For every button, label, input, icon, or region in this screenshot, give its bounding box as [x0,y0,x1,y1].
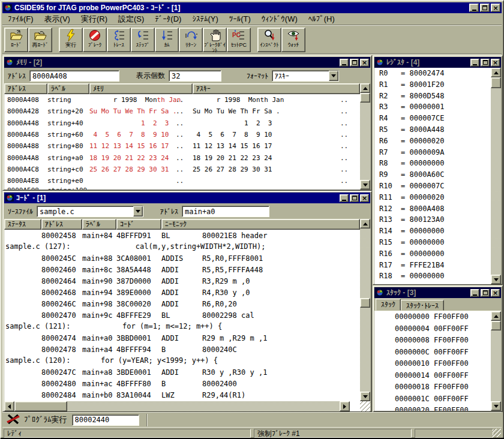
code-row[interactable]: 80002484main+b083A10044LWZR29,44(R1) [4,389,360,401]
minimize-button[interactable] [470,59,479,67]
memory-row[interactable]: 8000A508string+100 [4,187,360,190]
scrollbar-thumb[interactable] [360,298,370,308]
source-line[interactable]: sample.c (121): for (m=1; m<=12; m++) { [4,321,360,332]
close-button[interactable]: × [491,59,500,67]
register-row[interactable]: R5 = 8000A448 [379,124,491,136]
toolbar-button-breakpoint-hand[interactable]: ﾌﾞﾚｰｸﾎﾟｲﾝﾄ [203,28,227,52]
minimize-button[interactable] [470,289,479,297]
toolbar-button-watch-eye[interactable]: ｳｫｯﾁ [281,28,305,52]
memory-row[interactable]: 8000A448string+40 1 2 3.. 1 2 3.. [4,118,360,129]
toolbar-button-return-arrow[interactable]: ﾘﾀｰﾝ [179,28,203,52]
stack-row[interactable]: 00000014 00FF00FF [395,370,491,382]
menu-item[interactable]: ﾃﾞｰﾀ(D) [149,13,187,25]
stack-row[interactable]: 0000001C 00FF00FF [395,393,491,405]
main-titlebar[interactable]: CSIDE95 for JTAG probe PowerPC403 - ｺｰﾄﾞ… [2,2,502,13]
code-row[interactable]: 8000246Cmain+9838C00020ADDIR6,R0,20 [4,298,360,309]
maximize-button[interactable] [350,59,359,67]
memory-row[interactable]: 8000A4C8string+c025 26 27 28 29 30 31..2… [4,164,360,175]
scrollbar-thumb[interactable] [14,401,67,411]
memory-row[interactable]: 8000A468string+60 4 5 6 7 8 9 10.. 4 5 6… [4,129,360,140]
register-row[interactable]: R1 = 80001F20 [379,79,491,91]
memory-row[interactable]: 8000A4A8string+a018 19 20 21 22 23 24..1… [4,152,360,163]
register-row[interactable]: R4 = 000007CE [379,113,491,124]
register-row[interactable]: R16 = 00000000 [379,248,491,260]
tab-stack[interactable]: ｽﾀｯｸ [376,299,401,311]
code-row[interactable]: 80002468main+94389E0000ADDIR4,R30 y ,0 [4,287,360,298]
chevron-down-icon[interactable] [329,71,338,81]
register-row[interactable]: R10 = 0000007C [379,181,491,192]
register-row[interactable]: R19 = 00000000 [379,282,491,284]
close-button[interactable]: × [491,4,500,12]
program-stop-icon[interactable] [6,413,20,427]
register-row[interactable]: R13 = 800123A0 [379,214,491,225]
memory-scrollbar[interactable] [360,83,370,190]
stack-row[interactable]: 00000004 00FF00FF [395,323,491,335]
register-row[interactable]: R3 = 00000001 [379,101,491,113]
menu-item[interactable]: 実行(R) [76,13,113,26]
register-row[interactable]: R9 = 8000A60C [379,169,491,181]
register-row[interactable]: R0 = 80002474 [379,68,491,79]
toolbar-button-setpc[interactable]: PCｾｯﾄPC [227,28,251,52]
stack-row[interactable]: 00000000 FF00FF00 [395,311,491,323]
menu-item[interactable]: 表示(V) [39,13,76,26]
code-address-input[interactable] [182,206,269,217]
stack-row[interactable]: 00000010 FF00FF00 [395,358,491,370]
scrollbar-thumb[interactable] [491,321,501,330]
scrollbar-thumb[interactable] [491,77,501,88]
code-row[interactable]: 80002470main+9c4BFFFE29BL80002298 cal [4,309,360,321]
minimize-button[interactable] [340,59,349,67]
resize-grip[interactable] [493,429,501,437]
code-vertical-scrollbar[interactable] [360,219,370,401]
register-row[interactable]: R11 = 00000020 [379,192,491,203]
source-file-combobox[interactable]: sample.c [37,206,143,217]
stack-row[interactable]: 00000020 FF00FF00 [395,405,491,411]
register-row[interactable]: R18 = 00000000 [379,270,491,282]
memory-address-input[interactable] [29,70,119,82]
menu-item[interactable]: ﾂｰﾙ(T) [224,13,256,25]
chevron-down-icon[interactable] [133,206,143,217]
register-row[interactable]: R8 = 00000000 [379,158,491,169]
register-row[interactable]: R6 = 00000020 [379,136,491,147]
code-row[interactable]: 80002460main+8c38A5A448ADDIR5,R5,FFFFA44… [4,264,360,275]
minimize-button[interactable] [469,4,479,12]
code-row[interactable]: 80002474main+a03BBD0001ADDIR29 m ,R29 m … [4,332,360,344]
toolbar-button-reload-folder[interactable]: 再ﾛｰﾄﾞ [28,28,52,52]
code-row[interactable]: 80002464main+90387D0000ADDIR3,R29 m ,0 [4,275,360,287]
code-horizontal-scrollbar[interactable] [4,401,350,411]
register-row[interactable]: R17 = FFFE21B4 [379,260,491,271]
format-combobox[interactable]: ｱｽｷｰ [272,70,339,82]
stack-row[interactable]: 00000008 FF00FF00 [395,335,491,347]
toolbar-button-inspect-magnifier[interactable]: ｲﾝｽﾍﾟｸﾄ [257,28,281,52]
toolbar-button-step-arrow[interactable]: ｽﾃｯﾌﾟ [131,28,155,52]
register-row[interactable]: R12 = 8000A408 [379,203,491,215]
maximize-button[interactable] [350,194,359,202]
source-line[interactable]: sample.c (127): cal(m,y,string+WIDTH*2,W… [4,241,360,252]
code-row[interactable]: 8000247Cmain+a83BDE0001ADDIR30 y ,R30 y … [4,366,360,378]
toolbar-button-run-lightning[interactable]: 実行 [59,28,83,52]
menu-item[interactable]: 設定(S) [113,13,149,26]
tab-stack-trace[interactable]: ｽﾀｯｸ･ﾄﾚｰｽ [401,300,444,311]
memory-window-titlebar[interactable]: ﾒﾓﾘ - [2] × [4,57,370,68]
menu-item[interactable]: ｳｨﾝﾄﾞｳ(W) [256,13,303,25]
code-row[interactable]: 8000245Cmain+883CA08001ADDISR5,R0,FFFF80… [4,252,360,264]
register-row[interactable]: R14 = 00000000 [379,225,491,237]
close-button[interactable]: × [360,59,369,67]
toolbar-button-break-sign[interactable]: ﾌﾞﾚｰｸ [83,28,107,52]
code-row[interactable]: 80002478main+a44BFFFF94B8000240C [4,344,360,355]
register-scrollbar[interactable] [491,68,501,284]
memory-row[interactable]: 8000A408string r 1998 Month Jan.. r 1998… [4,94,360,106]
menu-item[interactable]: ﾍﾙﾌﾟ(H) [303,13,340,25]
toolbar-button-trace-arrows[interactable]: ﾄﾚｰｽ [107,28,131,52]
memory-row[interactable]: 8000A488string+8011 12 13 14 15 16 17..1… [4,140,360,152]
stack-window-titlebar[interactable]: ｽﾀｯｸ - [3] × [374,287,501,298]
maximize-button[interactable] [481,59,490,67]
program-run-address-field[interactable] [72,414,139,426]
display-count-input[interactable] [169,70,221,82]
maximize-button[interactable] [481,289,490,297]
register-row[interactable]: R2 = 8000D548 [379,91,491,102]
minimize-button[interactable] [340,194,349,202]
stack-row[interactable]: 0000000C 00FF00FF [395,347,491,359]
resize-grip[interactable] [360,401,370,411]
stack-row[interactable]: 00000018 FF00FF00 [395,381,491,393]
scrollbar-thumb[interactable] [360,93,370,103]
